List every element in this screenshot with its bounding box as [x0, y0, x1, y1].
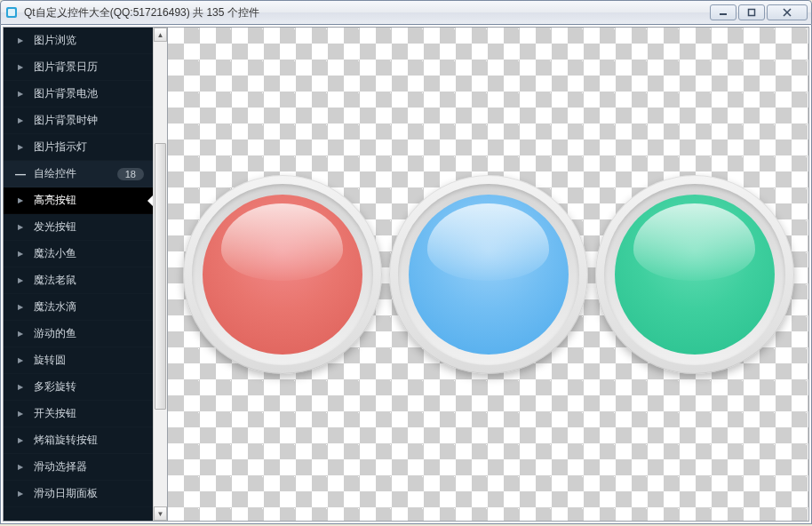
- sidebar-scrollbar[interactable]: ▲ ▼: [153, 28, 167, 521]
- expand-icon: ▶: [16, 410, 25, 418]
- sidebar-item[interactable]: ▶魔法老鼠: [4, 267, 153, 294]
- sidebar-item-label: 滑动选择器: [34, 459, 144, 474]
- sidebar-item-label: 高亮按钮: [34, 193, 144, 208]
- sidebar-item-label: 开关按钮: [34, 406, 144, 421]
- app-icon: [4, 5, 19, 20]
- svg-rect-3: [749, 10, 755, 16]
- button-core: [409, 195, 569, 355]
- content-area: [168, 27, 809, 522]
- sidebar-item[interactable]: ▶开关按钮: [4, 401, 153, 427]
- button-core: [615, 195, 775, 355]
- expand-icon: ▶: [16, 383, 25, 392]
- button-core: [203, 195, 362, 355]
- window-body: ▶图片浏览▶图片背景日历▶图片背景电池▶图片背景时钟▶图片指示灯—自绘控件18▶…: [0, 25, 812, 524]
- expand-icon: ▶: [16, 303, 25, 312]
- expand-icon: ▶: [16, 143, 25, 152]
- scroll-thumb[interactable]: [155, 143, 166, 410]
- sidebar-item-label: 图片指示灯: [34, 139, 144, 155]
- sidebar-list: ▶图片浏览▶图片背景日历▶图片背景电池▶图片背景时钟▶图片指示灯—自绘控件18▶…: [4, 28, 153, 521]
- expand-icon: ▶: [16, 356, 25, 365]
- collapse-icon: —: [16, 170, 25, 179]
- highlight-button-red[interactable]: [183, 175, 382, 374]
- sidebar-item[interactable]: ▶多彩旋转: [4, 374, 153, 401]
- highlight-buttons-row: [183, 175, 794, 374]
- sidebar-item-label: 多彩旋转: [34, 379, 144, 394]
- button-shine: [427, 203, 549, 280]
- sidebar-item[interactable]: ▶滑动日期面板: [4, 481, 153, 507]
- maximize-button[interactable]: [738, 4, 765, 20]
- sidebar-item-label: 烤箱旋转按钮: [34, 433, 144, 448]
- close-button[interactable]: [767, 4, 808, 20]
- count-badge: 18: [117, 168, 144, 180]
- expand-icon: ▶: [16, 63, 25, 72]
- sidebar-item[interactable]: ▶烤箱旋转按钮: [4, 427, 153, 454]
- window-title: Qt自定义控件大全(QQ:517216493) 共 135 个控件: [24, 5, 710, 20]
- sidebar-item-label: 发光按钮: [34, 219, 144, 235]
- sidebar-item[interactable]: ▶魔法水滴: [4, 294, 153, 321]
- expand-icon: ▶: [16, 490, 25, 498]
- sidebar-category[interactable]: —自绘控件18: [4, 161, 153, 187]
- expand-icon: ▶: [16, 250, 25, 259]
- sidebar-item-label: 魔法小鱼: [34, 246, 144, 261]
- title-bar[interactable]: Qt自定义控件大全(QQ:517216493) 共 135 个控件: [0, 0, 812, 25]
- button-shine: [221, 203, 343, 280]
- sidebar-item[interactable]: ▶游动的鱼: [4, 321, 153, 347]
- sidebar-item-label: 游动的鱼: [34, 326, 144, 341]
- minimize-button[interactable]: [710, 4, 736, 20]
- sidebar-item[interactable]: ▶旋转圆: [4, 347, 153, 374]
- sidebar-item[interactable]: ▶图片浏览: [4, 28, 153, 54]
- expand-icon: ▶: [16, 196, 25, 205]
- sidebar-item-label: 滑动日期面板: [34, 486, 144, 501]
- sidebar-item[interactable]: ▶图片背景时钟: [4, 108, 153, 134]
- sidebar-item[interactable]: ▶魔法小鱼: [4, 241, 153, 267]
- svg-rect-1: [8, 9, 15, 16]
- expand-icon: ▶: [16, 276, 25, 285]
- expand-icon: ▶: [16, 116, 25, 125]
- expand-icon: ▶: [16, 223, 25, 232]
- sidebar-item-label: 图片背景电池: [34, 86, 144, 101]
- sidebar-item[interactable]: ▶图片指示灯: [4, 134, 153, 161]
- button-shine: [633, 203, 755, 280]
- highlight-button-blue[interactable]: [389, 175, 588, 374]
- sidebar-item-label: 魔法老鼠: [34, 273, 144, 288]
- expand-icon: ▶: [16, 90, 25, 99]
- sidebar-item-label: 魔法水滴: [34, 299, 144, 315]
- expand-icon: ▶: [16, 463, 25, 472]
- expand-icon: ▶: [16, 36, 25, 45]
- sidebar-item[interactable]: ▶图片背景电池: [4, 81, 153, 108]
- highlight-button-green[interactable]: [595, 175, 794, 374]
- sidebar-item[interactable]: ▶图片背景日历: [4, 54, 153, 81]
- scroll-up-button[interactable]: ▲: [154, 28, 167, 42]
- window-controls: [710, 4, 808, 20]
- sidebar-item-label: 图片浏览: [34, 33, 144, 48]
- sidebar-item[interactable]: ▶高亮按钮: [4, 187, 153, 214]
- sidebar-item-label: 图片背景日历: [34, 60, 144, 75]
- expand-icon: ▶: [16, 330, 25, 339]
- sidebar-item-label: 图片背景时钟: [34, 113, 144, 128]
- sidebar-item-label: 自绘控件: [34, 166, 117, 181]
- sidebar-item[interactable]: ▶发光按钮: [4, 214, 153, 241]
- sidebar-item[interactable]: ▶滑动选择器: [4, 454, 153, 481]
- sidebar-item-label: 旋转圆: [34, 353, 144, 368]
- expand-icon: ▶: [16, 436, 25, 445]
- sidebar: ▶图片浏览▶图片背景日历▶图片背景电池▶图片背景时钟▶图片指示灯—自绘控件18▶…: [3, 27, 168, 522]
- scroll-down-button[interactable]: ▼: [154, 506, 167, 521]
